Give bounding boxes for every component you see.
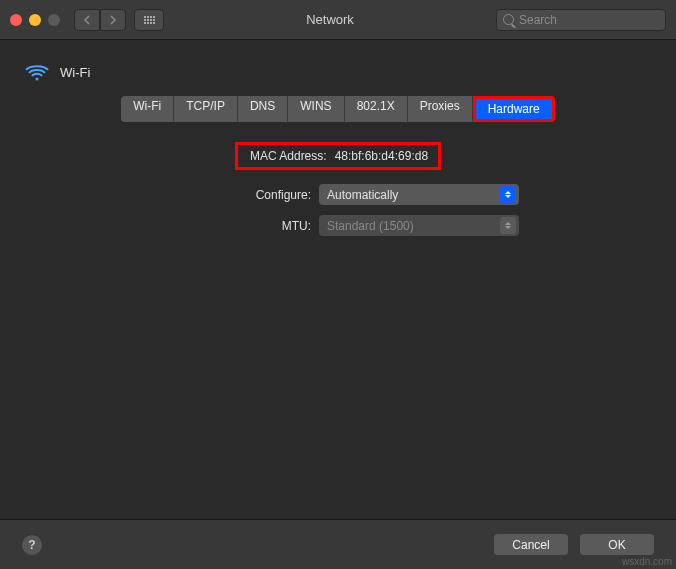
show-all-button[interactable] [134, 9, 164, 31]
select-arrows-icon [500, 217, 516, 234]
highlight-box-mac: MAC Address: 48:bf:6b:d4:69:d8 [235, 142, 441, 170]
mtu-row: MTU: Standard (1500) [24, 215, 652, 236]
back-button[interactable] [74, 9, 100, 31]
search-field[interactable]: Search [496, 9, 666, 31]
configure-value: Automatically [327, 188, 398, 202]
tab-proxies[interactable]: Proxies [408, 96, 473, 122]
watermark: wsxdn.com [622, 556, 672, 567]
mtu-label: MTU: [24, 219, 319, 233]
network-preferences-window: Network Search Wi-Fi Wi-Fi TCP/IP DNS WI… [0, 0, 676, 569]
ok-button[interactable]: OK [580, 534, 654, 555]
wifi-icon [24, 62, 50, 82]
mtu-select: Standard (1500) [319, 215, 519, 236]
interface-header: Wi-Fi [24, 54, 652, 96]
nav-buttons [74, 9, 126, 31]
tab-bar: Wi-Fi TCP/IP DNS WINS 802.1X Proxies Har… [24, 96, 652, 122]
footer-bar: ? Cancel OK [0, 519, 676, 569]
search-placeholder: Search [519, 13, 557, 27]
highlight-box-tab: Hardware [473, 96, 555, 122]
select-arrows-icon [500, 186, 516, 203]
close-window-button[interactable] [10, 14, 22, 26]
configure-label: Configure: [24, 188, 319, 202]
grid-icon [144, 16, 155, 24]
tab-tcpip[interactable]: TCP/IP [174, 96, 238, 122]
tab-hardware[interactable]: Hardware [476, 99, 552, 119]
zoom-window-button [48, 14, 60, 26]
forward-button[interactable] [100, 9, 126, 31]
window-title: Network [164, 12, 496, 27]
titlebar: Network Search [0, 0, 676, 40]
tab-wins[interactable]: WINS [288, 96, 344, 122]
window-controls [10, 14, 60, 26]
mac-address-label: MAC Address: [238, 149, 335, 163]
tab-wifi[interactable]: Wi-Fi [121, 96, 174, 122]
help-icon: ? [28, 538, 35, 552]
content-area: Wi-Fi Wi-Fi TCP/IP DNS WINS 802.1X Proxi… [0, 40, 676, 260]
mac-address-row: MAC Address: 48:bf:6b:d4:69:d8 [24, 142, 652, 170]
footer-buttons: Cancel OK [494, 534, 654, 555]
tab-8021x[interactable]: 802.1X [345, 96, 408, 122]
mtu-value: Standard (1500) [327, 219, 414, 233]
search-icon [503, 14, 514, 25]
minimize-window-button[interactable] [29, 14, 41, 26]
mac-address-value: 48:bf:6b:d4:69:d8 [335, 149, 428, 163]
configure-select[interactable]: Automatically [319, 184, 519, 205]
tab-dns[interactable]: DNS [238, 96, 288, 122]
interface-name: Wi-Fi [60, 65, 90, 80]
configure-row: Configure: Automatically [24, 184, 652, 205]
help-button[interactable]: ? [22, 535, 42, 555]
svg-point-0 [36, 78, 39, 81]
cancel-button[interactable]: Cancel [494, 534, 568, 555]
